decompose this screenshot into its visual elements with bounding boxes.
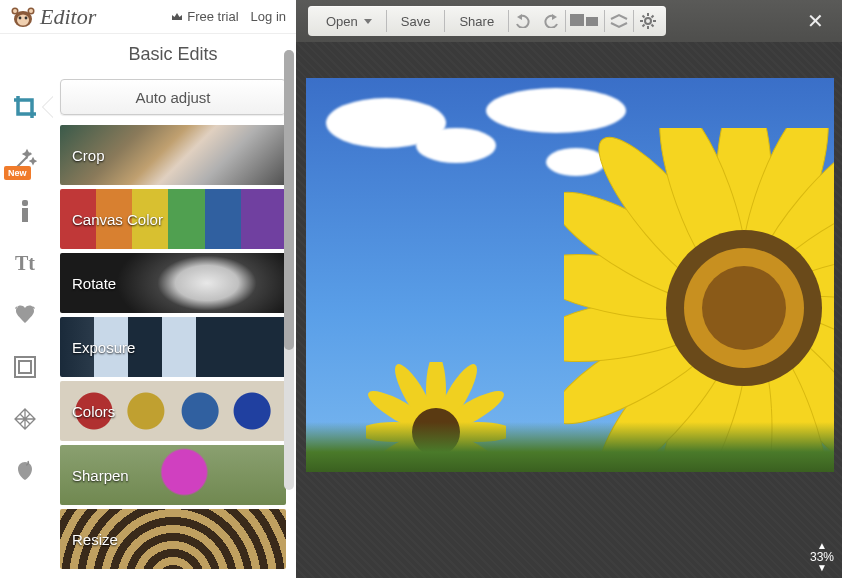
edit-exposure[interactable]: Exposure bbox=[60, 317, 286, 377]
edit-label: Colors bbox=[72, 403, 115, 420]
save-button[interactable]: Save bbox=[387, 6, 445, 36]
edit-rotate[interactable]: Rotate bbox=[60, 253, 286, 313]
edit-list: Crop Canvas Color Rotate Exposure Colors… bbox=[50, 121, 296, 578]
open-label: Open bbox=[326, 14, 358, 29]
edit-sharpen[interactable]: Sharpen bbox=[60, 445, 286, 505]
undo-button[interactable] bbox=[509, 6, 537, 36]
edit-label: Canvas Color bbox=[72, 211, 163, 228]
panel-scrollbar[interactable] bbox=[284, 50, 294, 490]
svg-point-6 bbox=[13, 9, 17, 13]
tool-icon-strip: New Tt bbox=[0, 34, 50, 578]
monkey-icon bbox=[10, 6, 36, 28]
edit-colors[interactable]: Colors bbox=[60, 381, 286, 441]
themes-tool-icon[interactable] bbox=[10, 456, 40, 486]
image-size-button[interactable] bbox=[566, 6, 604, 36]
svg-rect-9 bbox=[22, 208, 28, 222]
open-button[interactable]: Open bbox=[312, 6, 386, 36]
svg-point-2 bbox=[19, 16, 22, 19]
frames-tool-icon[interactable] bbox=[10, 352, 40, 382]
new-badge: New bbox=[4, 166, 31, 180]
canvas-area: ▲ 33% ▼ bbox=[296, 42, 842, 578]
zoom-in-button[interactable]: ▲ bbox=[817, 542, 827, 550]
canvas-image[interactable] bbox=[306, 78, 834, 472]
edit-label: Crop bbox=[72, 147, 105, 164]
redo-button[interactable] bbox=[537, 6, 565, 36]
edit-resize[interactable]: Resize bbox=[60, 509, 286, 569]
settings-button[interactable] bbox=[634, 6, 662, 36]
svg-point-35 bbox=[702, 266, 786, 350]
login-link[interactable]: Log in bbox=[251, 9, 286, 24]
top-toolbar: Open Save Share ✕ bbox=[296, 0, 842, 42]
gear-icon bbox=[639, 12, 657, 30]
svg-point-14 bbox=[645, 18, 651, 24]
auto-adjust-button[interactable]: Auto adjust bbox=[60, 79, 286, 115]
edit-label: Resize bbox=[72, 531, 118, 548]
save-label: Save bbox=[401, 14, 431, 29]
svg-rect-12 bbox=[570, 14, 584, 26]
overlays-tool-icon[interactable] bbox=[10, 300, 40, 330]
right-pane: Open Save Share ✕ bbox=[296, 0, 842, 578]
crop-tool-icon[interactable] bbox=[10, 92, 40, 122]
app-name: Editor bbox=[40, 4, 96, 30]
svg-rect-8 bbox=[22, 200, 28, 206]
share-button[interactable]: Share bbox=[445, 6, 508, 36]
left-pane: Editor Free trial Log in New bbox=[0, 0, 296, 578]
svg-rect-11 bbox=[19, 361, 31, 373]
zoom-indicator: ▲ 33% ▼ bbox=[810, 542, 834, 572]
svg-point-1 bbox=[17, 14, 29, 25]
svg-point-7 bbox=[29, 9, 33, 13]
svg-rect-13 bbox=[586, 17, 598, 26]
edit-panel: Basic Edits Auto adjust Crop Canvas Colo… bbox=[50, 34, 296, 578]
edit-label: Sharpen bbox=[72, 467, 129, 484]
app-header: Editor Free trial Log in bbox=[0, 0, 296, 34]
textures-tool-icon[interactable] bbox=[10, 404, 40, 434]
scrollbar-thumb[interactable] bbox=[284, 50, 294, 350]
edit-crop[interactable]: Crop bbox=[60, 125, 286, 185]
crown-icon bbox=[171, 11, 183, 23]
login-label: Log in bbox=[251, 9, 286, 24]
free-trial-label: Free trial bbox=[187, 9, 238, 24]
close-button[interactable]: ✕ bbox=[801, 9, 830, 33]
svg-point-3 bbox=[25, 16, 28, 19]
share-label: Share bbox=[459, 14, 494, 29]
text-tool-icon[interactable]: Tt bbox=[10, 248, 40, 278]
panel-title: Basic Edits bbox=[50, 34, 296, 79]
effects-tool-icon[interactable]: New bbox=[10, 144, 40, 174]
edit-canvas-color[interactable]: Canvas Color bbox=[60, 189, 286, 249]
logo[interactable]: Editor bbox=[10, 4, 96, 30]
layers-button[interactable] bbox=[605, 6, 633, 36]
free-trial-link[interactable]: Free trial bbox=[171, 9, 238, 24]
chevron-down-icon bbox=[364, 19, 372, 24]
zoom-out-button[interactable]: ▼ bbox=[817, 564, 827, 572]
edit-label: Rotate bbox=[72, 275, 116, 292]
touchup-tool-icon[interactable] bbox=[10, 196, 40, 226]
edit-label: Exposure bbox=[72, 339, 135, 356]
